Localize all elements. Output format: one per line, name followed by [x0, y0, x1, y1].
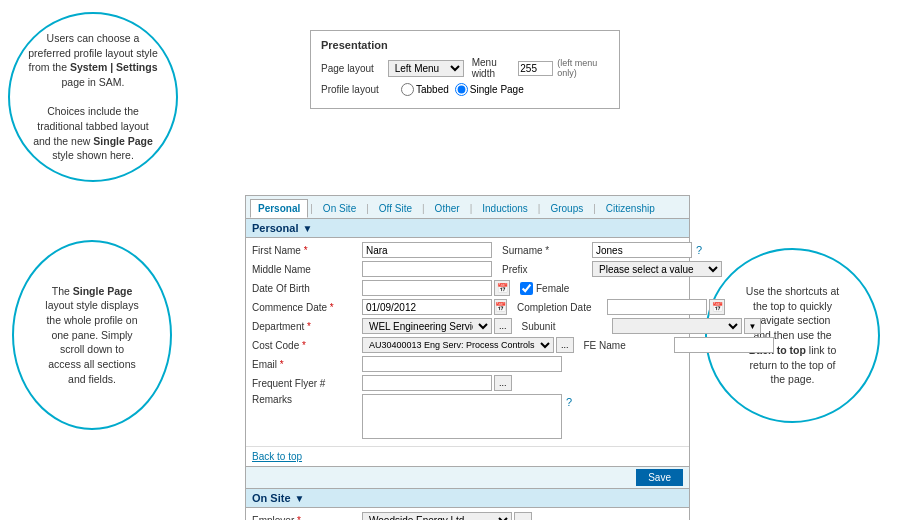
callout-right: Use the shortcuts atthe top to quicklyna… — [705, 248, 880, 423]
label-commence: Commence Date * — [252, 302, 362, 313]
row-email: Email * — [252, 356, 683, 372]
female-label: Female — [536, 283, 569, 294]
label-employer: Employer * — [252, 515, 362, 521]
select-costcode[interactable]: AU30400013 Eng Serv: Process Controls — [362, 337, 554, 353]
select-department[interactable]: WEL Engineering Services — [362, 318, 492, 334]
input-ff[interactable] — [362, 375, 492, 391]
label-prefix: Prefix — [502, 264, 592, 275]
page-layout-select[interactable]: Left Menu — [388, 60, 464, 77]
completion-calendar-btn[interactable]: 📅 — [709, 299, 725, 315]
row-department: Department * WEL Engineering Services ..… — [252, 318, 683, 334]
tab-other[interactable]: Other — [427, 199, 468, 218]
on-site-section-arrow[interactable]: ▼ — [295, 493, 305, 504]
surname-help-icon[interactable]: ? — [696, 244, 702, 256]
row-commence: Commence Date * 📅 Completion Date 📅 — [252, 299, 683, 315]
input-firstname[interactable] — [362, 242, 492, 258]
tab-on-site[interactable]: On Site — [315, 199, 364, 218]
input-completion[interactable] — [607, 299, 707, 315]
tab-personal[interactable]: Personal — [250, 199, 308, 218]
menu-width-input[interactable] — [518, 61, 553, 76]
label-ff: Frequent Flyer # — [252, 378, 362, 389]
label-firstname: First Name * — [252, 245, 362, 256]
row-costcode: Cost Code * AU30400013 Eng Serv: Process… — [252, 337, 683, 353]
row-employer: Employer * Woodside Energy Ltd ... — [252, 512, 683, 520]
profile-layout-radio-group: Tabbed Single Page — [401, 83, 524, 96]
row-remarks: Remarks ? — [252, 394, 683, 439]
row-middlename: Middle Name Prefix Please select a value — [252, 261, 683, 277]
menu-width-label: Menu width — [472, 57, 515, 79]
select-subunit[interactable] — [612, 318, 742, 334]
back-to-top-link[interactable]: Back to top — [252, 451, 302, 462]
input-surname[interactable] — [592, 242, 692, 258]
radio-tabbed[interactable]: Tabbed — [401, 83, 449, 96]
personal-section-arrow[interactable]: ▼ — [302, 223, 312, 234]
label-email: Email * — [252, 359, 362, 370]
page-layout-label: Page layout — [321, 63, 388, 74]
tab-off-site[interactable]: Off Site — [371, 199, 420, 218]
callout-top-left: Users can choose a Users can choose a pr… — [8, 12, 178, 182]
on-site-section-label: On Site — [252, 492, 291, 504]
label-surname: Surname * — [502, 245, 592, 256]
subunit-btn[interactable]: ▼ — [744, 318, 762, 334]
label-subunit: Subunit — [522, 321, 612, 332]
textarea-remarks[interactable] — [362, 394, 562, 439]
callout-bottom-left: The Single Pagelayout style displaysthe … — [12, 240, 172, 430]
label-middlename: Middle Name — [252, 264, 362, 275]
save-btn-row: Save — [246, 466, 689, 488]
callout-bottom-left-text: The Single Pagelayout style displaysthe … — [45, 284, 138, 387]
label-dob: Date Of Birth — [252, 283, 362, 294]
on-site-form: Employer * Woodside Energy Ltd ... Resou… — [246, 508, 689, 520]
presentation-box: Presentation Page layout Left Menu Menu … — [310, 30, 620, 109]
select-prefix[interactable]: Please select a value — [592, 261, 722, 277]
female-checkbox-row: Female — [520, 282, 569, 295]
profile-panel: Personal | On Site | Off Site | Other | … — [245, 195, 690, 520]
label-completion: Completion Date — [517, 302, 607, 313]
employer-btn[interactable]: ... — [514, 512, 532, 520]
female-checkbox[interactable] — [520, 282, 533, 295]
label-fename: FE Name — [584, 340, 674, 351]
row-firstname: First Name * Surname * ? — [252, 242, 683, 258]
tabs-bar: Personal | On Site | Off Site | Other | … — [246, 196, 689, 219]
radio-tabbed-input[interactable] — [401, 83, 414, 96]
department-btn[interactable]: ... — [494, 318, 512, 334]
back-to-top-section: Back to top — [246, 446, 689, 466]
row-ff: Frequent Flyer # ... — [252, 375, 683, 391]
save-button[interactable]: Save — [636, 469, 683, 486]
personal-form: First Name * Surname * ? Middle Name Pre… — [246, 238, 689, 446]
callout-top-left-text: Users can choose a Users can choose a pr… — [28, 31, 158, 163]
on-site-section: On Site ▼ Employer * Woodside Energy Ltd… — [246, 488, 689, 520]
remarks-help-icon[interactable]: ? — [566, 396, 572, 408]
label-department: Department * — [252, 321, 362, 332]
personal-section-label: Personal — [252, 222, 298, 234]
callout-right-text: Use the shortcuts atthe top to quicklyna… — [746, 284, 839, 387]
tab-citizenship[interactable]: Citizenship — [598, 199, 663, 218]
dob-calendar-btn[interactable]: 📅 — [494, 280, 510, 296]
menu-width-note: (left menu only) — [557, 58, 609, 78]
input-commence[interactable] — [362, 299, 492, 315]
label-costcode: Cost Code * — [252, 340, 362, 351]
radio-single[interactable]: Single Page — [455, 83, 524, 96]
radio-single-input[interactable] — [455, 83, 468, 96]
profile-layout-label: Profile layout — [321, 84, 401, 95]
select-employer[interactable]: Woodside Energy Ltd — [362, 512, 512, 520]
input-middlename[interactable] — [362, 261, 492, 277]
personal-section-header: Personal ▼ — [246, 219, 689, 238]
input-email[interactable] — [362, 356, 562, 372]
on-site-section-header: On Site ▼ — [246, 489, 689, 508]
label-remarks: Remarks — [252, 394, 362, 405]
costcode-btn[interactable]: ... — [556, 337, 574, 353]
tab-inductions[interactable]: Inductions — [474, 199, 536, 218]
input-fename[interactable] — [674, 337, 774, 353]
commence-calendar-btn[interactable]: 📅 — [494, 299, 507, 315]
tab-groups[interactable]: Groups — [542, 199, 591, 218]
input-dob[interactable] — [362, 280, 492, 296]
ff-btn[interactable]: ... — [494, 375, 512, 391]
presentation-title: Presentation — [321, 39, 609, 51]
row-dob: Date Of Birth 📅 Female — [252, 280, 683, 296]
